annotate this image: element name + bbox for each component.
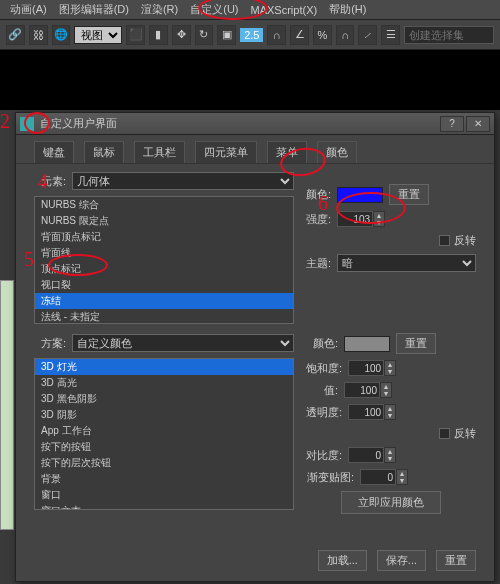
tab-toolbar[interactable]: 工具栏 xyxy=(134,141,185,163)
contrast-label: 对比度: xyxy=(306,448,342,463)
move-icon[interactable]: ✥ xyxy=(172,25,191,45)
invert-checkbox[interactable]: 反转 xyxy=(439,233,476,248)
intensity-stepper[interactable]: ▴▾ xyxy=(337,211,385,227)
menu-help[interactable]: 帮助(H) xyxy=(323,2,372,17)
color-label: 颜色: xyxy=(306,187,331,202)
scheme-label: 方案: xyxy=(34,336,66,351)
menu-customize[interactable]: 自定义(U) xyxy=(184,2,244,17)
tab-quadmenu[interactable]: 四元菜单 xyxy=(195,141,257,163)
view-dropdown[interactable]: 视图 xyxy=(74,26,122,44)
color-swatch[interactable] xyxy=(337,187,383,203)
viewport-area[interactable] xyxy=(0,50,500,110)
snap2-icon[interactable]: ∩ xyxy=(336,25,355,45)
menu-anim[interactable]: 动画(A) xyxy=(4,2,53,17)
grad-label: 渐变贴图: xyxy=(306,470,354,485)
tab-keyboard[interactable]: 键盘 xyxy=(34,141,74,163)
theme-dropdown[interactable]: 暗 xyxy=(337,254,476,272)
list-item[interactable]: 按下的按钮 xyxy=(35,439,293,455)
scheme-listbox[interactable]: 3D 灯光3D 高光3D 黑色阴影3D 阴影App 工作台按下的按钮按下的层次按… xyxy=(34,358,294,510)
menu-render[interactable]: 渲染(R) xyxy=(135,2,184,17)
rotate-icon[interactable]: ↻ xyxy=(195,25,214,45)
reset-color-button[interactable]: 重置 xyxy=(389,184,429,205)
align-icon[interactable]: ☰ xyxy=(381,25,400,45)
tab-menu[interactable]: 菜单 xyxy=(267,141,307,163)
list-item[interactable]: App 工作台 xyxy=(35,423,293,439)
color2-label: 颜色: xyxy=(306,336,338,351)
annotation-2: 2 xyxy=(0,110,10,133)
list-item[interactable]: 窗口文本 xyxy=(35,503,293,510)
invert2-checkbox[interactable]: 反转 xyxy=(439,426,476,441)
link-icon[interactable]: 🔗 xyxy=(6,25,25,45)
tab-color[interactable]: 颜色 xyxy=(317,141,357,163)
intensity-label: 强度: xyxy=(306,212,331,227)
tab-mouse[interactable]: 鼠标 xyxy=(84,141,124,163)
list-item[interactable]: NURBS 限定点 xyxy=(35,213,293,229)
menu-grapheditor[interactable]: 图形编辑器(D) xyxy=(53,2,135,17)
list-item[interactable]: 背面线 xyxy=(35,245,293,261)
percent-icon[interactable]: % xyxy=(313,25,332,45)
dialog-title: 自定义用户界面 xyxy=(40,116,438,131)
app-icon xyxy=(20,117,34,131)
theme-label: 主题: xyxy=(306,256,331,271)
reset2-button[interactable]: 重置 xyxy=(396,333,436,354)
dialog-tabs: 键盘 鼠标 工具栏 四元菜单 菜单 颜色 xyxy=(16,135,494,164)
color2-swatch[interactable] xyxy=(344,336,390,352)
alpha-label: 透明度: xyxy=(306,405,342,420)
apply-color-button[interactable]: 立即应用颜色 xyxy=(341,491,441,514)
list-item[interactable]: 冻结 xyxy=(35,293,293,309)
mirror-icon[interactable]: ⟋ xyxy=(358,25,377,45)
sat-label: 饱和度: xyxy=(306,361,342,376)
list-item[interactable]: 3D 灯光 xyxy=(35,359,293,375)
snap-icon[interactable]: ∩ xyxy=(267,25,286,45)
globe-icon[interactable]: 🌐 xyxy=(52,25,71,45)
list-item[interactable]: 背景 xyxy=(35,471,293,487)
list-item[interactable]: 背面顶点标记 xyxy=(35,229,293,245)
close-button[interactable]: ✕ xyxy=(466,116,490,132)
help-button[interactable]: ? xyxy=(440,116,464,132)
list-item[interactable]: 视口裂 xyxy=(35,277,293,293)
sat-stepper[interactable]: ▴▾ xyxy=(348,360,396,376)
scheme-dropdown[interactable]: 自定义颜色 xyxy=(72,334,294,352)
grad-stepper[interactable]: ▴▾ xyxy=(360,469,408,485)
menu-maxscript[interactable]: MAXScript(X) xyxy=(245,4,324,16)
val-stepper[interactable]: ▴▾ xyxy=(344,382,392,398)
list-item[interactable]: 法线 - 未指定 xyxy=(35,309,293,324)
list-item[interactable]: 窗口 xyxy=(35,487,293,503)
list-item[interactable]: 3D 高光 xyxy=(35,375,293,391)
reset-all-button[interactable]: 重置 xyxy=(436,550,476,571)
list-item[interactable]: 顶点标记 xyxy=(35,261,293,277)
alpha-stepper[interactable]: ▴▾ xyxy=(348,404,396,420)
dialog-footer: 加载... 保存... 重置 xyxy=(300,550,494,571)
customize-ui-dialog: 自定义用户界面 ? ✕ 键盘 鼠标 工具栏 四元菜单 菜单 颜色 元素: 几何体… xyxy=(15,112,495,582)
element-dropdown[interactable]: 几何体 xyxy=(72,172,294,190)
scale-icon[interactable]: ▣ xyxy=(217,25,236,45)
bookmark-icon[interactable]: ⬛ xyxy=(126,25,145,45)
angle-icon[interactable]: ∠ xyxy=(290,25,309,45)
spinner-value[interactable]: 2.5 xyxy=(240,28,263,42)
selection-set-input[interactable] xyxy=(404,26,494,44)
list-item[interactable]: 3D 黑色阴影 xyxy=(35,391,293,407)
element-label: 元素: xyxy=(34,174,66,189)
list-item[interactable]: NURBS 综合 xyxy=(35,197,293,213)
load-button[interactable]: 加载... xyxy=(318,550,367,571)
save-button[interactable]: 保存... xyxy=(377,550,426,571)
contrast-stepper[interactable]: ▴▾ xyxy=(348,447,396,463)
dialog-titlebar[interactable]: 自定义用户界面 ? ✕ xyxy=(16,113,494,135)
side-strip xyxy=(0,280,14,530)
unlink-icon[interactable]: ⛓ xyxy=(29,25,48,45)
element-listbox[interactable]: NURBS 综合NURBS 限定点背面顶点标记背面线顶点标记视口裂冻结法线 - … xyxy=(34,196,294,324)
val-label: 值: xyxy=(306,383,338,398)
list-item[interactable]: 按下的层次按钮 xyxy=(35,455,293,471)
main-toolbar: 🔗 ⛓ 🌐 视图 ⬛ ▮ ✥ ↻ ▣ 2.5 ∩ ∠ % ∩ ⟋ ☰ xyxy=(0,20,500,50)
tag-icon[interactable]: ▮ xyxy=(149,25,168,45)
main-menubar: 动画(A) 图形编辑器(D) 渲染(R) 自定义(U) MAXScript(X)… xyxy=(0,0,500,20)
list-item[interactable]: 3D 阴影 xyxy=(35,407,293,423)
